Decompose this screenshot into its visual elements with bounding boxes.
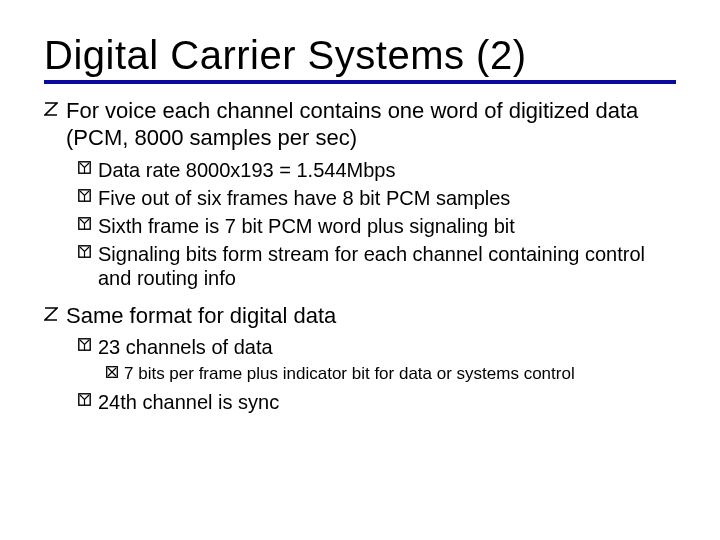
z-bullet-icon <box>44 98 66 152</box>
subsub-bullet-item: 7 bits per frame plus indicator bit for … <box>44 364 676 384</box>
y-bullet-icon <box>78 335 98 359</box>
z-bullet-icon <box>44 303 66 330</box>
slide-title: Digital Carrier Systems (2) <box>44 34 676 76</box>
sub-bullet-item: Signaling bits form stream for each chan… <box>44 242 676 290</box>
sub-bullet-item: 23 channels of data <box>44 335 676 359</box>
sub-bullet-item: Sixth frame is 7 bit PCM word plus signa… <box>44 214 676 238</box>
bullet-text: Same format for digital data <box>66 303 676 330</box>
bullet-item: Same format for digital data <box>44 303 676 330</box>
slide: Digital Carrier Systems (2) For voice ea… <box>0 0 720 438</box>
title-underline <box>44 80 676 84</box>
bullet-text: 24th channel is sync <box>98 390 676 414</box>
title-wrap: Digital Carrier Systems (2) <box>44 34 676 84</box>
bullet-text: 7 bits per frame plus indicator bit for … <box>124 364 676 384</box>
y-bullet-icon <box>78 214 98 238</box>
sub-bullet-item: Data rate 8000x193 = 1.544Mbps <box>44 158 676 182</box>
bullet-text: Data rate 8000x193 = 1.544Mbps <box>98 158 676 182</box>
bullet-text: 23 channels of data <box>98 335 676 359</box>
bullet-text: Five out of six frames have 8 bit PCM sa… <box>98 186 676 210</box>
sub-bullet-item: Five out of six frames have 8 bit PCM sa… <box>44 186 676 210</box>
bullet-text: Sixth frame is 7 bit PCM word plus signa… <box>98 214 676 238</box>
y-bullet-icon <box>78 158 98 182</box>
bullet-text: For voice each channel contains one word… <box>66 98 676 152</box>
sub-bullet-item: 24th channel is sync <box>44 390 676 414</box>
y-bullet-icon <box>78 242 98 290</box>
bullet-text: Signaling bits form stream for each chan… <box>98 242 676 290</box>
bullet-item: For voice each channel contains one word… <box>44 98 676 152</box>
slide-content: For voice each channel contains one word… <box>44 98 676 414</box>
y-bullet-icon <box>78 186 98 210</box>
x-bullet-icon <box>106 364 124 384</box>
y-bullet-icon <box>78 390 98 414</box>
